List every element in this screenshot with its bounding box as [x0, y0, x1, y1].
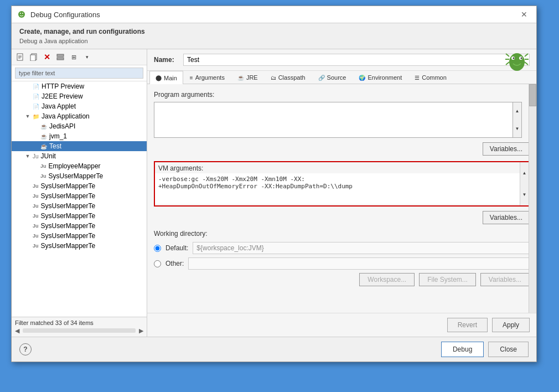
item-icon: Ju [33, 233, 39, 239]
help-button[interactable]: ? [19, 343, 32, 355]
vm-args-variables-button[interactable]: Variables... [483, 211, 530, 224]
list-item[interactable]: Ju SysUserMapperTe [12, 201, 147, 211]
list-item[interactable]: Ju EmployeeMapper [12, 161, 147, 171]
list-item[interactable]: Ju SysUserMapperTe [12, 241, 147, 251]
item-label: JUnit [41, 152, 56, 160]
vm-args-inner: VM arguments: [155, 162, 520, 205]
tab-environment[interactable]: 🌍 Environment [353, 71, 408, 84]
item-icon: Ju [33, 183, 39, 189]
duplicate-button[interactable] [28, 51, 39, 63]
list-item[interactable]: ☕ JedisAPI [12, 121, 147, 131]
list-item[interactable]: 📄 Java Applet [12, 101, 147, 111]
revert-button[interactable]: Revert [447, 318, 488, 332]
other-radio[interactable] [154, 260, 161, 267]
name-row: Name: [147, 49, 536, 71]
svg-line-19 [525, 54, 528, 56]
list-item-selected[interactable]: ☕ Test [12, 141, 147, 151]
dropdown-button[interactable]: ▾ [81, 51, 92, 63]
item-label: SysUserMapperTe [49, 172, 103, 180]
workspace-button[interactable]: Workspace... [359, 273, 415, 286]
scroll-right-icon[interactable]: ▶ [139, 327, 143, 334]
name-input[interactable] [183, 54, 530, 66]
list-item[interactable]: Ju SysUserMapperTe [12, 171, 147, 181]
item-label: Java Application [42, 112, 90, 120]
item-icon: 📄 [33, 84, 39, 90]
tab-source[interactable]: 🔗 Source [312, 71, 353, 84]
item-label: HTTP Preview [42, 82, 84, 90]
dialog-desc: Debug a Java application [12, 38, 536, 49]
dialog-body: ✕ ⊞ ▾ [12, 49, 536, 337]
svg-rect-9 [57, 54, 64, 56]
default-radio[interactable] [154, 245, 161, 252]
item-label: EmployeeMapper [49, 162, 101, 170]
name-label: Name: [154, 56, 179, 64]
item-icon: ☕ [40, 143, 47, 149]
tab-jre-label: JRE [246, 74, 258, 81]
filter-input[interactable] [15, 68, 143, 79]
item-label: Java Applet [42, 102, 76, 110]
tree-footer: Filter matched 33 of 34 items ◀ ▶ [12, 317, 147, 337]
tab-jre[interactable]: ☕ JRE [231, 71, 264, 84]
bottom-bar: ? Debug Close [12, 337, 536, 362]
tab-classpath-label: Classpath [278, 74, 306, 81]
close-dialog-button[interactable]: Close [488, 342, 529, 357]
item-icon: 📁 [33, 114, 39, 120]
tab-arguments[interactable]: ≡ Arguments [184, 71, 231, 84]
source-tab-icon: 🔗 [318, 75, 325, 81]
default-value-input[interactable] [193, 242, 530, 254]
other-radio-row: Other: [154, 257, 530, 270]
program-args-textarea[interactable] [154, 102, 513, 138]
vm-scroll-down-button[interactable]: ▼ [520, 184, 529, 205]
tab-main[interactable]: ⬤ Main [149, 71, 183, 84]
new-config-button[interactable] [15, 51, 26, 63]
item-label: J2EE Preview [42, 92, 83, 100]
scroll-up-button[interactable]: ▲ [513, 102, 521, 120]
scrollable-content: Program arguments: ▲ ▼ Variables... [147, 84, 536, 313]
svg-point-0 [18, 11, 25, 18]
list-item[interactable]: 📄 HTTP Preview [12, 81, 147, 91]
filter-box [12, 65, 147, 81]
program-args-variables-button[interactable]: Variables... [483, 142, 530, 156]
svg-line-16 [506, 54, 509, 56]
scroll-thumb[interactable] [529, 84, 536, 106]
item-icon: Ju [33, 193, 39, 199]
variables-button2[interactable]: Variables... [480, 273, 530, 286]
content-section: Program arguments: ▲ ▼ Variables... [147, 84, 536, 337]
debug-button[interactable]: Debug [441, 342, 484, 357]
item-icon: Ju [40, 163, 46, 169]
apply-button[interactable]: Apply [492, 318, 530, 332]
scroll-left-icon[interactable]: ◀ [15, 327, 19, 334]
list-item[interactable]: Ju SysUserMapperTe [12, 181, 147, 191]
list-item[interactable]: ▼ 📁 Java Application [12, 111, 147, 121]
item-icon: 📄 [33, 104, 39, 110]
list-item[interactable]: ☕ jvm_1 [12, 131, 147, 141]
tab-common[interactable]: ☰ Common [408, 71, 453, 84]
vm-args-textarea[interactable] [155, 173, 520, 204]
collapse-all-button[interactable] [55, 51, 66, 63]
item-icon: 📄 [33, 94, 39, 100]
bug-mascot-icon [503, 48, 531, 73]
other-value-input[interactable] [188, 257, 530, 270]
item-label: SysUserMapperTe [41, 202, 96, 210]
scroll-track [529, 84, 536, 313]
working-dir-label: Working directory: [154, 230, 530, 238]
scroll-down-button[interactable]: ▼ [513, 120, 521, 138]
item-icon: Ju [33, 213, 39, 219]
list-item[interactable]: Ju SysUserMapperTe [12, 231, 147, 241]
list-item[interactable]: Ju SysUserMapperTe [12, 211, 147, 221]
list-item[interactable]: Ju SysUserMapperTe [12, 191, 147, 201]
list-item[interactable]: Ju SysUserMapperTe [12, 221, 147, 231]
revert-apply-row: Revert Apply [147, 313, 536, 337]
list-item[interactable]: 📄 J2EE Preview [12, 91, 147, 101]
tab-arguments-label: Arguments [195, 74, 225, 81]
close-button[interactable]: ✕ [517, 9, 531, 19]
filesystem-button[interactable]: File System... [419, 273, 476, 286]
tab-source-label: Source [327, 74, 346, 81]
delete-button[interactable]: ✕ [42, 51, 53, 63]
common-tab-icon: ☰ [415, 75, 420, 81]
list-item[interactable]: ▼ Ju JUnit [12, 151, 147, 161]
svg-point-1 [20, 13, 21, 14]
tab-classpath[interactable]: 🗂 Classpath [265, 71, 312, 84]
expand-all-button[interactable]: ⊞ [68, 51, 79, 63]
vm-scroll-up-button[interactable]: ▲ [520, 162, 529, 184]
